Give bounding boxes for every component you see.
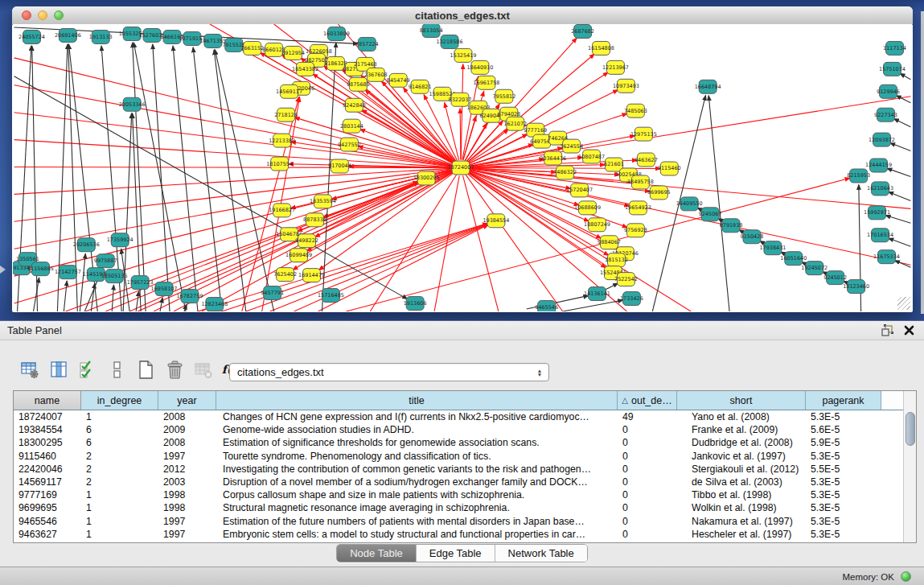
network-node[interactable]: 16782759 xyxy=(176,290,203,303)
table-cell[interactable]: 5.3E-5 xyxy=(806,476,881,488)
network-node[interactable]: 16210643 xyxy=(867,182,893,196)
network-node[interactable]: 19245072 xyxy=(801,262,827,275)
table-cell[interactable]: Dudbridge et al. (2008) xyxy=(677,436,806,449)
table-cell[interactable]: Changes of HCN gene expression and I(f) … xyxy=(216,410,618,423)
network-node[interactable]: 7955812 xyxy=(492,89,515,103)
table-vertical-scrollbar[interactable] xyxy=(903,391,916,542)
network-node[interactable]: 16648794 xyxy=(695,80,721,93)
table-cell[interactable]: 1 xyxy=(81,488,158,501)
network-node[interactable]: 12213967 xyxy=(602,60,629,74)
table-cell[interactable]: 2012 xyxy=(158,463,216,476)
table-cell[interactable]: 1998 xyxy=(158,488,216,501)
table-cell[interactable]: 2 xyxy=(81,463,158,476)
table-cell[interactable]: 2 xyxy=(81,450,158,463)
table-row[interactable]: 946362711997Embryonic stem cells: a mode… xyxy=(14,528,903,541)
network-node[interactable]: 1733426 xyxy=(620,292,643,306)
table-row[interactable]: 946554611997Estimation of the future num… xyxy=(14,515,903,528)
table-cell[interactable]: Yano et al. (2008) xyxy=(677,410,806,423)
table-cell[interactable]: Tourette syndrome. Phenomenology and cla… xyxy=(216,450,618,463)
table-cell[interactable]: 6 xyxy=(81,436,158,449)
table-cell[interactable]: 5.6E-5 xyxy=(806,423,881,436)
table-cell[interactable]: 1997 xyxy=(158,528,216,541)
table-cell[interactable]: 0 xyxy=(618,463,677,476)
table-cell[interactable]: 5.9E-5 xyxy=(806,436,881,449)
table-cell[interactable]: 1 xyxy=(81,528,158,541)
table-row[interactable]: 1830029562008Estimation of significance … xyxy=(14,436,903,449)
column-header-in_degree[interactable]: in_degree xyxy=(81,391,158,410)
network-node[interactable]: 7625402 xyxy=(273,268,297,282)
network-node[interactable]: 9245067 xyxy=(699,208,722,221)
table-settings-icon[interactable] xyxy=(19,359,41,381)
network-node[interactable]: 9884067 xyxy=(598,236,621,249)
table-cell[interactable]: 18300295 xyxy=(14,436,81,449)
network-node[interactable]: 9498222 xyxy=(295,234,318,248)
network-node[interactable]: 8912954 xyxy=(281,46,305,60)
network-node[interactable]: 20206536 xyxy=(73,238,100,252)
network-node[interactable]: 2687682 xyxy=(571,24,594,38)
column-layout-icon[interactable] xyxy=(106,359,128,381)
table-cell[interactable]: 9115460 xyxy=(14,450,81,463)
table-cell[interactable]: Nakamura et al. (1997) xyxy=(677,515,806,528)
table-cell[interactable]: 2009 xyxy=(158,423,216,436)
network-node[interactable]: 9242848 xyxy=(343,98,366,112)
network-node[interactable]: 8813054 xyxy=(420,24,443,37)
table-cell[interactable]: Jankovic et al. (1997) xyxy=(677,450,806,463)
network-node[interactable]: 19654923 xyxy=(625,201,651,215)
table-cell[interactable]: 5.3E-5 xyxy=(806,450,881,463)
network-node[interactable]: 9115460 xyxy=(658,162,681,175)
table-cell[interactable]: Hescheler et al. (1997) xyxy=(677,528,806,541)
network-node[interactable]: 7486322 xyxy=(553,166,577,179)
table-cell[interactable]: Stergiakouli et al. (2012) xyxy=(677,463,806,476)
table-row[interactable]: 1872400712008Changes of HCN gene express… xyxy=(14,410,903,423)
window-titlebar[interactable]: citations_edges.txt xyxy=(12,6,913,25)
table-cell[interactable]: 19384554 xyxy=(14,423,81,436)
network-node[interactable]: 15992971 xyxy=(864,206,890,220)
network-node[interactable]: 12975135 xyxy=(630,127,657,141)
network-node[interactable]: 1913133 xyxy=(89,30,113,43)
network-node[interactable]: 2803144 xyxy=(340,119,363,133)
table-cell[interactable]: 9463627 xyxy=(14,528,81,541)
network-node[interactable]: 1117134 xyxy=(883,41,906,55)
table-row[interactable]: 1456911722003Disruption of a novel membe… xyxy=(14,476,903,488)
network-node[interactable]: 18640910 xyxy=(466,60,493,74)
table-row[interactable]: 911546021997Tourette syndrome. Phenomeno… xyxy=(14,450,903,463)
table-cell[interactable]: 1997 xyxy=(158,450,216,463)
float-window-icon[interactable] xyxy=(881,323,894,337)
table-cell[interactable]: 0 xyxy=(618,501,677,514)
table-cell[interactable]: 49 xyxy=(618,410,677,423)
network-node[interactable]: 10688609 xyxy=(574,201,601,215)
tab-network-table[interactable]: Network Table xyxy=(495,545,587,562)
network-node[interactable]: 2367608 xyxy=(364,68,388,81)
table-cell[interactable]: 22420046 xyxy=(14,463,81,476)
network-node[interactable]: 16033809 xyxy=(323,27,350,40)
select-rows-icon[interactable] xyxy=(77,359,99,381)
network-node[interactable]: 7522542 xyxy=(614,273,638,286)
scrollbar-thumb[interactable] xyxy=(906,412,915,446)
network-node[interactable]: 12444159 xyxy=(865,159,892,172)
network-node[interactable]: 9457791 xyxy=(261,286,284,300)
table-cell[interactable]: 0 xyxy=(618,450,677,463)
table-cell[interactable]: Embryonic stem cells: a model to study s… xyxy=(216,528,618,541)
network-node[interactable]: 9427552 xyxy=(338,138,361,151)
network-node[interactable]: 24055724 xyxy=(18,30,45,43)
window-resize-grip[interactable] xyxy=(897,297,910,310)
network-node[interactable]: 9227343 xyxy=(874,108,897,122)
network-node[interactable]: 18123460 xyxy=(843,280,869,294)
network-node[interactable]: 9756928 xyxy=(624,224,647,237)
table-cell[interactable]: 9777169 xyxy=(14,488,81,501)
table-cell[interactable]: 1 xyxy=(81,501,158,514)
table-cell[interactable]: Corpus callosum shape and size in male p… xyxy=(216,488,618,501)
network-node[interactable]: 12093872 xyxy=(869,133,895,146)
network-node[interactable]: 15325419 xyxy=(450,48,477,62)
table-cell[interactable]: 1 xyxy=(81,410,158,423)
network-node[interactable]: 17016534 xyxy=(867,229,893,242)
network-node[interactable]: 1913606 xyxy=(404,297,427,311)
network-node[interactable]: 3624554 xyxy=(560,139,583,153)
delete-column-icon[interactable] xyxy=(164,359,186,381)
table-cell[interactable]: Genome-wide association studies in ADHD. xyxy=(216,423,618,436)
column-header-out_de[interactable]: △out_de… xyxy=(618,391,677,410)
table-cell[interactable]: 2 xyxy=(81,476,158,488)
network-node[interactable]: 7485063 xyxy=(624,104,647,117)
table-cell[interactable]: 2003 xyxy=(158,476,216,488)
table-row[interactable]: 969969511998Structural magnetic resonanc… xyxy=(14,501,903,514)
